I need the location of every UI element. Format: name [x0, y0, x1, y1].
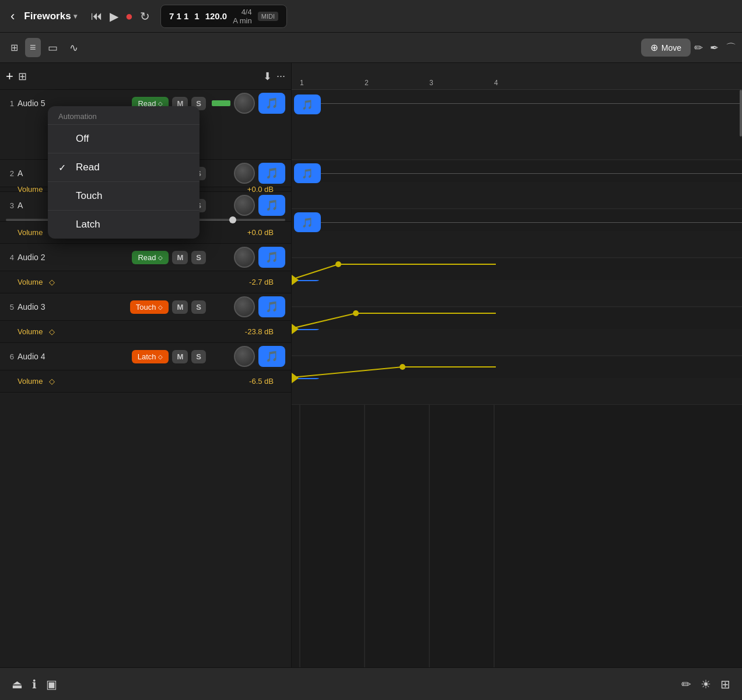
path-view-button[interactable]: ∿	[65, 38, 83, 58]
download-button[interactable]: ⬇	[263, 70, 272, 83]
pencil-bottom-button[interactable]: ✏	[681, 677, 691, 691]
move-tool-button[interactable]: ⊕ Move	[641, 38, 691, 57]
timeline-track-1: 🎵	[292, 90, 742, 160]
track-6-automation-label: Latch	[138, 352, 156, 361]
latch-label: Latch	[76, 219, 189, 230]
bpm-text: 120.0	[205, 11, 228, 21]
bottom-right-tools: ✏ ☀ ⊞	[681, 677, 730, 691]
touch-label: Touch	[76, 190, 189, 202]
track-4-mute-button[interactable]: M	[172, 251, 188, 264]
track-6-num: 6	[6, 352, 14, 361]
track-3-knob[interactable]	[234, 195, 255, 216]
track-1-automation-arrow: ◇	[158, 100, 163, 107]
track-3-vol-value: +0.0 dB	[247, 228, 274, 237]
automation-line-6	[292, 356, 742, 378]
track-6-vol-label: Volume ◇	[18, 377, 55, 386]
read-check: ✓	[58, 162, 70, 173]
back-button[interactable]: ‹	[6, 6, 19, 26]
track-2-waveform: 🎵	[258, 163, 285, 184]
timeline-track-6: 🎵	[292, 356, 742, 405]
track-6-mute-button[interactable]: M	[172, 350, 188, 363]
toolbar: ⊞ ≡ ▭ ∿ ⊕ Move ✏ ✒ ⌒	[0, 33, 742, 63]
midi-badge: MIDI	[258, 12, 278, 21]
timeline-clip-1: 🎵	[294, 94, 321, 114]
dropdown-latch-item[interactable]: Latch	[48, 211, 200, 239]
track-3-num: 3	[6, 201, 14, 210]
project-title: Fireworks	[24, 10, 71, 22]
track-1-knob[interactable]	[234, 93, 255, 114]
track-4-num: 4	[6, 253, 14, 262]
track-6-name: Audio 4	[18, 352, 128, 361]
svg-point-4	[335, 261, 341, 267]
track-5-header: 5 Audio 3 Touch ◇ M S 🎵	[0, 293, 291, 320]
info-button[interactable]: ℹ	[32, 677, 37, 691]
read-label: Read	[76, 162, 189, 173]
track-1-num: 1	[6, 99, 14, 108]
off-label: Off	[76, 133, 189, 145]
sliders-button[interactable]: ⊞	[720, 677, 730, 691]
curve-tool-button[interactable]: ⌒	[726, 41, 736, 55]
track-4-vol-value: -2.7 dB	[249, 278, 274, 286]
track-5-mute-button[interactable]: M	[172, 300, 188, 314]
track-5-solo-button[interactable]: S	[191, 300, 206, 314]
track-5-num: 5	[6, 303, 14, 312]
move-label: Move	[662, 43, 681, 52]
track-5-waveform: 🎵	[258, 296, 285, 317]
track-6-header: 6 Audio 4 Latch ◇ M S 🎵	[0, 343, 291, 370]
dropdown-touch-item[interactable]: Touch	[48, 182, 200, 211]
track-6-solo-button[interactable]: S	[191, 350, 206, 363]
track-5-automation-button[interactable]: Touch ◇	[130, 300, 169, 314]
position-text: 7 1 1	[169, 11, 188, 21]
move-icon: ⊕	[650, 42, 658, 53]
track-4-waveform: 🎵	[258, 247, 285, 268]
timeline-track-4-sub	[292, 258, 742, 280]
table-icon-button[interactable]: ⊞	[18, 70, 27, 83]
track-1-level	[212, 100, 230, 106]
timeline-track-5: 🎵	[292, 307, 742, 356]
track-row: 5 Audio 3 Touch ◇ M S 🎵 Volume ◇ -23.8 d…	[0, 293, 291, 343]
track-list: + ⊞ ⬇ ··· 1 Audio 5 Read ◇ M S 🎵	[0, 63, 292, 667]
time-sig: 4/4	[242, 8, 252, 16]
timeline-track-3: 🎵	[292, 209, 742, 258]
track-2-num: 2	[6, 169, 14, 178]
track-row: 4 Audio 2 Read ◇ M S 🎵 Volume ◇ -2.7 dB	[0, 244, 291, 293]
ruler-mark-3: 3	[429, 79, 433, 87]
position-display: 7 1 1 1 120.0 4/4 A min MIDI	[160, 5, 287, 28]
track-row: 6 Audio 4 Latch ◇ M S 🎵 Volume ◇ -6.5 dB	[0, 343, 291, 393]
loop-button[interactable]: ↻	[140, 9, 150, 23]
dropdown-read-item[interactable]: ✓ Read	[48, 153, 200, 182]
track-6-knob[interactable]	[234, 346, 255, 367]
timeline-track-5-sub	[292, 307, 742, 329]
track-2-knob[interactable]	[234, 163, 255, 184]
track-4-solo-button[interactable]: S	[191, 251, 206, 264]
sun-button[interactable]: ☀	[701, 677, 711, 691]
ruler-mark-4: 4	[494, 79, 498, 87]
scrollbar-thumb[interactable]	[740, 90, 742, 136]
track-6-automation-button[interactable]: Latch ◇	[132, 350, 169, 363]
rect-view-button[interactable]: ▭	[43, 38, 62, 58]
record-button[interactable]: ●	[125, 9, 133, 24]
main-area: + ⊞ ⬇ ··· 1 Audio 5 Read ◇ M S 🎵	[0, 63, 742, 667]
grid-view-button[interactable]: ⊞	[6, 38, 23, 57]
pen-tool-button[interactable]: ✒	[710, 41, 719, 54]
dropdown-off-item[interactable]: Off	[48, 125, 200, 153]
more-options-button[interactable]: ···	[276, 70, 285, 82]
track-4-header: 4 Audio 2 Read ◇ M S 🎵	[0, 244, 291, 271]
project-chevron: ▾	[74, 12, 77, 20]
rewind-button[interactable]: ⏮	[91, 9, 103, 23]
timeline-tracks: 🎵 🎵 🎵 🎵	[292, 90, 742, 405]
play-button[interactable]: ▶	[110, 9, 118, 23]
tape-button[interactable]: ⏏	[12, 677, 23, 691]
track-3-waveform: 🎵	[258, 195, 285, 216]
pencil-tool-button[interactable]: ✏	[694, 41, 703, 54]
automation-dropdown: Automation Off ✓ Read Touch Latch	[48, 106, 200, 239]
track-5-knob[interactable]	[234, 296, 255, 317]
track-4-knob[interactable]	[234, 247, 255, 268]
ruler-mark-2: 2	[365, 79, 369, 87]
panel-button[interactable]: ▣	[46, 677, 57, 691]
top-bar: ‹ Fireworks ▾ ⏮ ▶ ● ↻ 7 1 1 1 120.0 4/4 …	[0, 0, 742, 33]
track-5-vol-label: Volume ◇	[18, 327, 55, 336]
list-view-button[interactable]: ≡	[25, 38, 41, 57]
track-4-automation-button[interactable]: Read ◇	[132, 251, 169, 264]
add-track-button[interactable]: +	[6, 69, 13, 84]
